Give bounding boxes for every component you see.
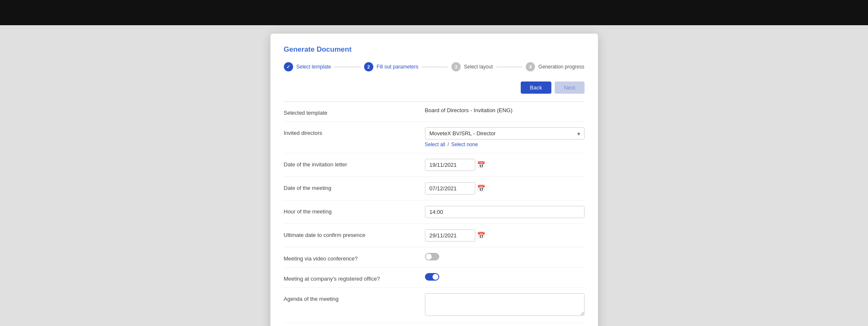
date-invitation-wrap: 📅 bbox=[425, 159, 585, 171]
step-3: 3 Select layout bbox=[451, 62, 493, 71]
registered-office-label: Meeting at company's registered office? bbox=[284, 273, 418, 282]
stepper: ✓ Select template 2 Fill out parameters … bbox=[284, 62, 585, 71]
date-meeting-label: Date of the meeting bbox=[284, 182, 418, 191]
video-conf-slider bbox=[425, 253, 439, 260]
select-none-link[interactable]: Select none bbox=[451, 142, 478, 147]
video-conf-label: Meeting via video conference? bbox=[284, 253, 418, 262]
step-4-circle: 4 bbox=[526, 62, 535, 71]
select-all-link[interactable]: Select all bbox=[425, 142, 446, 147]
video-conf-toggle[interactable] bbox=[425, 253, 439, 260]
invited-directors-label: Invited directors bbox=[284, 127, 418, 136]
ultimate-date-input[interactable] bbox=[425, 229, 475, 242]
invited-directors-select-wrap: MoveteX BV/SRL - Director ▾ bbox=[425, 127, 585, 139]
selected-template-value-wrap: Board of Directors - Invitation (ENG) bbox=[425, 107, 585, 113]
video-conf-row: Meeting via video conference? bbox=[284, 247, 585, 268]
registered-office-slider bbox=[425, 273, 439, 281]
step-1-circle: ✓ bbox=[284, 62, 293, 71]
selected-template-label: Selected template bbox=[284, 107, 418, 116]
step-2: 2 Fill out parameters bbox=[364, 62, 418, 71]
invited-directors-control: MoveteX BV/SRL - Director ▾ Select all /… bbox=[425, 127, 585, 147]
invited-directors-row: Invited directors MoveteX BV/SRL - Direc… bbox=[284, 122, 585, 153]
video-conf-toggle-wrap bbox=[425, 253, 585, 260]
invited-directors-select[interactable]: MoveteX BV/SRL - Director bbox=[425, 127, 585, 139]
date-meeting-control: 📅 bbox=[425, 182, 585, 195]
agenda-textarea[interactable] bbox=[425, 293, 585, 316]
video-conf-control bbox=[425, 253, 585, 260]
step-3-label: Select layout bbox=[464, 64, 493, 70]
date-invitation-row: Date of the invitation letter 📅 bbox=[284, 153, 585, 177]
step-1-label: Select template bbox=[296, 64, 331, 70]
ultimate-date-control: 📅 bbox=[425, 229, 585, 242]
back-button[interactable]: Back bbox=[521, 82, 551, 94]
ultimate-date-row: Ultimate date to confirm presence 📅 bbox=[284, 224, 585, 247]
step-4: 4 Generation progress bbox=[526, 62, 584, 71]
ultimate-date-wrap: 📅 bbox=[425, 229, 585, 242]
step-connector-1 bbox=[334, 67, 361, 67]
selected-template-value: Board of Directors - Invitation (ENG) bbox=[425, 105, 513, 113]
date-meeting-calendar-icon[interactable]: 📅 bbox=[477, 184, 485, 192]
hour-meeting-input[interactable] bbox=[425, 206, 585, 218]
step-2-circle: 2 bbox=[364, 62, 373, 71]
generate-document-dialog: Generate Document ✓ Select template 2 Fi… bbox=[270, 34, 598, 326]
invited-directors-links: Select all / Select none bbox=[425, 141, 585, 147]
hour-meeting-control bbox=[425, 206, 585, 218]
selected-template-row: Selected template Board of Directors - I… bbox=[284, 102, 585, 122]
date-invitation-calendar-icon[interactable]: 📅 bbox=[477, 161, 485, 169]
step-3-circle: 3 bbox=[451, 62, 461, 71]
hour-meeting-row: Hour of the meeting bbox=[284, 200, 585, 224]
step-4-label: Generation progress bbox=[538, 64, 584, 70]
signer-row: Signer of the invitation letter − bbox=[284, 323, 585, 326]
registered-office-toggle[interactable] bbox=[425, 273, 439, 281]
button-row: Back Next bbox=[284, 82, 585, 94]
date-invitation-label: Date of the invitation letter bbox=[284, 159, 418, 168]
step-1: ✓ Select template bbox=[284, 62, 331, 71]
date-meeting-row: Date of the meeting 📅 bbox=[284, 177, 585, 200]
ultimate-date-label: Ultimate date to confirm presence bbox=[284, 229, 418, 238]
registered-office-toggle-wrap bbox=[425, 273, 585, 281]
agenda-label: Agenda of the meeting bbox=[284, 293, 418, 302]
date-invitation-input[interactable] bbox=[425, 159, 475, 171]
agenda-control bbox=[425, 293, 585, 317]
date-meeting-input[interactable] bbox=[425, 182, 475, 195]
registered-office-row: Meeting at company's registered office? bbox=[284, 268, 585, 288]
date-meeting-wrap: 📅 bbox=[425, 182, 585, 195]
next-button[interactable]: Next bbox=[555, 82, 585, 94]
date-invitation-control: 📅 bbox=[425, 159, 585, 171]
agenda-row: Agenda of the meeting bbox=[284, 288, 585, 323]
dialog-title: Generate Document bbox=[284, 45, 585, 54]
hour-meeting-label: Hour of the meeting bbox=[284, 206, 418, 215]
step-connector-3 bbox=[496, 67, 523, 67]
step-2-label: Fill out parameters bbox=[377, 64, 418, 70]
select-divider: / bbox=[448, 142, 451, 147]
ultimate-date-calendar-icon[interactable]: 📅 bbox=[477, 231, 485, 239]
step-connector-2 bbox=[422, 67, 448, 67]
registered-office-control bbox=[425, 273, 585, 281]
